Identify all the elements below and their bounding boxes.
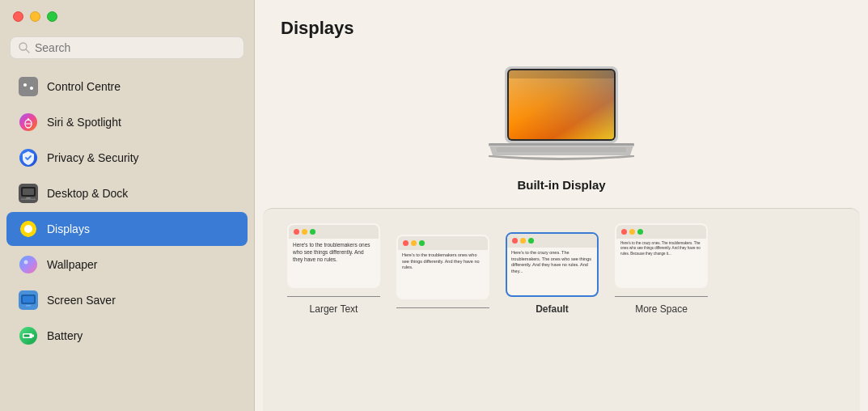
option-underline-more-space: [615, 296, 708, 297]
option-preview-larger: Here's to the troublemakers ones who see…: [287, 223, 380, 288]
displays-icon: [18, 218, 39, 239]
sidebar-item-desktop-dock[interactable]: Desktop & Dock: [6, 176, 248, 210]
sidebar-label-desktop-dock: Desktop & Dock: [47, 187, 128, 200]
preview-dot-red: [294, 229, 299, 235]
siri-icon: [18, 112, 39, 133]
svg-rect-38: [497, 147, 626, 152]
preview-dot-yellow-m: [411, 240, 417, 246]
titlebar: [0, 0, 254, 30]
preview-text-larger: Here's to the troublemakers ones who see…: [289, 239, 379, 286]
svg-point-23: [19, 256, 37, 273]
option-preview-default: Here's to the crazy ones. The troublemak…: [506, 232, 599, 297]
preview-dot-green-d: [528, 238, 534, 244]
preview-dots-middle: [398, 236, 488, 250]
svg-rect-32: [24, 335, 30, 337]
sidebar-item-screen-saver[interactable]: Screen Saver: [6, 283, 248, 317]
sidebar-item-displays[interactable]: Displays: [6, 212, 248, 246]
preview-text-more-space: Here's to the crazy ones. The troublemak…: [616, 239, 706, 286]
wallpaper-icon: [18, 254, 39, 275]
svg-rect-14: [23, 189, 34, 195]
page-title: Displays: [281, 18, 842, 39]
option-preview-middle: Here's to the troublemakers ones who see…: [396, 235, 489, 299]
svg-rect-5: [23, 85, 27, 86]
option-default[interactable]: Here's to the crazy ones. The troublemak…: [506, 232, 599, 315]
options-row: Here's to the troublemakers ones who see…: [287, 223, 836, 315]
svg-rect-6: [30, 88, 33, 89]
built-in-display-label: Built-in Display: [517, 178, 605, 192]
option-label-larger: Larger Text: [310, 303, 358, 315]
svg-point-24: [24, 261, 28, 265]
option-preview-more-space: Here's to the crazy ones. The troublemak…: [615, 223, 708, 288]
svg-rect-37: [509, 70, 614, 78]
search-icon: [19, 42, 30, 53]
svg-rect-36: [509, 70, 614, 139]
preview-dots-default: [507, 234, 597, 248]
svg-rect-27: [23, 296, 34, 303]
preview-dot-yellow-ms: [629, 229, 635, 235]
sidebar-label-wallpaper: Wallpaper: [47, 258, 98, 271]
sidebar-label-battery: Battery: [47, 329, 83, 342]
preview-dot-red-d: [512, 238, 518, 244]
option-underline-middle: [396, 307, 489, 308]
svg-rect-2: [19, 77, 38, 96]
preview-dot-red-m: [403, 240, 409, 246]
control-centre-icon: [18, 76, 39, 97]
sidebar-item-siri-spotlight[interactable]: Siri & Spotlight: [6, 105, 248, 139]
preview-dots-larger: [289, 225, 379, 239]
svg-rect-39: [489, 143, 634, 146]
preview-dot-green: [310, 229, 315, 235]
sidebar-item-battery[interactable]: Battery: [6, 319, 248, 353]
sidebar: Control Centre: [0, 0, 255, 411]
sidebar-label-displays: Displays: [47, 222, 90, 235]
sidebar-label-control-centre: Control Centre: [47, 80, 121, 93]
preview-dot-green-ms: [637, 229, 643, 235]
main-content: Displays: [255, 0, 868, 411]
battery-icon: [18, 325, 39, 346]
svg-rect-31: [32, 335, 34, 337]
option-label-default: Default: [536, 303, 569, 315]
preview-dot-green-m: [419, 240, 425, 246]
sidebar-nav: Control Centre: [0, 69, 254, 411]
minimize-button[interactable]: [30, 11, 40, 22]
option-label-more-space: More Space: [635, 303, 688, 315]
svg-line-1: [26, 49, 29, 53]
privacy-icon: [18, 147, 39, 168]
svg-rect-16: [21, 199, 36, 201]
sidebar-label-siri: Siri & Spotlight: [47, 116, 121, 129]
desktop-dock-icon: [18, 183, 39, 204]
option-middle[interactable]: Here's to the troublemakers ones who see…: [396, 235, 489, 315]
svg-rect-28: [26, 305, 31, 307]
display-section: Built-in Display: [255, 52, 868, 208]
preview-dot-red-ms: [621, 229, 627, 235]
search-bar[interactable]: [10, 36, 244, 59]
svg-point-7: [19, 113, 37, 131]
resolution-options-panel: Here's to the troublemakers ones who see…: [263, 208, 860, 411]
sidebar-item-control-centre[interactable]: Control Centre: [6, 70, 248, 104]
option-underline-larger: [287, 296, 380, 297]
sidebar-item-wallpaper[interactable]: Wallpaper: [6, 248, 248, 282]
sidebar-label-screen-saver: Screen Saver: [47, 294, 116, 307]
sidebar-item-privacy-security[interactable]: Privacy & Security: [6, 141, 248, 175]
preview-text-default: Here's to the crazy ones. The troublemak…: [507, 248, 597, 295]
preview-dot-yellow-d: [520, 238, 526, 244]
option-more-space[interactable]: Here's to the crazy ones. The troublemak…: [615, 223, 708, 315]
preview-text-middle: Here's to the troublemakers ones who see…: [398, 250, 488, 298]
maximize-button[interactable]: [47, 11, 57, 22]
main-header: Displays: [255, 0, 868, 52]
close-button[interactable]: [13, 11, 23, 22]
search-input[interactable]: [35, 41, 235, 54]
svg-point-18: [24, 225, 32, 233]
option-larger-text[interactable]: Here's to the troublemakers ones who see…: [287, 223, 380, 315]
preview-dot-yellow: [302, 229, 307, 235]
laptop-illustration: [481, 60, 642, 173]
screen-saver-icon: [18, 290, 39, 311]
sidebar-label-privacy: Privacy & Security: [47, 151, 139, 164]
preview-dots-more-space: [616, 225, 706, 239]
